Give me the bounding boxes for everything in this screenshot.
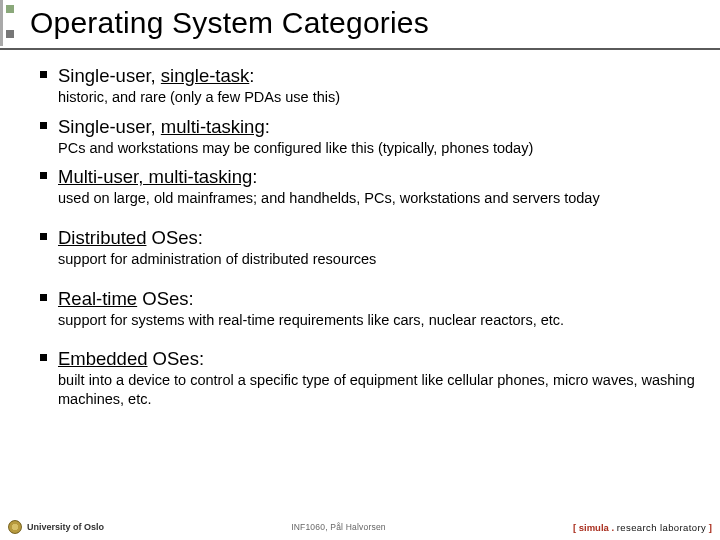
footer-university: University of Oslo xyxy=(27,522,104,532)
bullet-square-icon xyxy=(40,233,47,240)
item-subtext: built into a device to control a specifi… xyxy=(58,371,702,408)
list-item: Embedded OSes: built into a device to co… xyxy=(40,347,702,408)
heading-underline: Multi-user, multi-tasking xyxy=(58,166,252,187)
title-accent-icon xyxy=(0,0,12,46)
list-item: Multi-user, multi-tasking: used on large… xyxy=(40,165,702,208)
bullet-square-icon xyxy=(40,122,47,129)
footer-right: [ simula . research laboratory ] xyxy=(573,522,712,533)
title-block: Operating System Categories xyxy=(0,0,720,48)
simula-brand: simula xyxy=(579,522,609,533)
item-heading: Embedded OSes: xyxy=(58,347,204,370)
heading-post: OSes: xyxy=(146,227,203,248)
list-item: Single-user, single-task: historic, and … xyxy=(40,64,702,107)
item-subtext: support for systems with real-time requi… xyxy=(58,311,702,330)
slide-title: Operating System Categories xyxy=(30,6,720,40)
item-heading: Single-user, multi-tasking: xyxy=(58,115,270,138)
heading-underline: Embedded xyxy=(58,348,147,369)
university-seal-icon xyxy=(8,520,22,534)
bullet-square-icon xyxy=(40,71,47,78)
slide: Operating System Categories Single-user,… xyxy=(0,0,720,540)
heading-pre: Single-user, xyxy=(58,116,161,137)
footer-left: University of Oslo xyxy=(8,520,104,534)
heading-pre: Single-user, xyxy=(58,65,161,86)
heading-post: : xyxy=(265,116,270,137)
heading-post: OSes: xyxy=(147,348,204,369)
brand-dot: . xyxy=(609,522,617,533)
title-rule xyxy=(0,48,720,50)
item-subtext: support for administration of distribute… xyxy=(58,250,702,269)
list-item: Real-time OSes: support for systems with… xyxy=(40,287,702,330)
heading-underline: multi-tasking xyxy=(161,116,265,137)
footer-course: INF1060, Pål Halvorsen xyxy=(291,522,386,532)
heading-post: : xyxy=(252,166,257,187)
list-item: Distributed OSes: support for administra… xyxy=(40,226,702,269)
heading-underline: Real-time xyxy=(58,288,137,309)
research-lab-text: research laboratory xyxy=(617,522,706,533)
heading-underline: single-task xyxy=(161,65,249,86)
bullet-square-icon xyxy=(40,294,47,301)
item-subtext: PCs and workstations may be configured l… xyxy=(58,139,702,158)
item-heading: Multi-user, multi-tasking: xyxy=(58,165,257,188)
item-heading: Real-time OSes: xyxy=(58,287,194,310)
list-item: Single-user, multi-tasking: PCs and work… xyxy=(40,115,702,158)
heading-post: OSes: xyxy=(137,288,194,309)
item-subtext: used on large, old mainframes; and handh… xyxy=(58,189,702,208)
footer: University of Oslo INF1060, Pål Halvorse… xyxy=(0,520,720,534)
heading-post: : xyxy=(249,65,254,86)
bullet-square-icon xyxy=(40,172,47,179)
bullet-square-icon xyxy=(40,354,47,361)
item-heading: Single-user, single-task: xyxy=(58,64,254,87)
item-subtext: historic, and rare (only a few PDAs use … xyxy=(58,88,702,107)
content-area: Single-user, single-task: historic, and … xyxy=(0,60,720,409)
heading-underline: Distributed xyxy=(58,227,146,248)
item-heading: Distributed OSes: xyxy=(58,226,203,249)
bracket-close: ] xyxy=(706,522,712,533)
